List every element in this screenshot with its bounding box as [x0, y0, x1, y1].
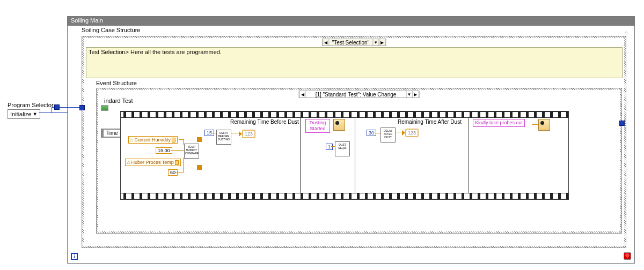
wire — [375, 133, 380, 133]
film-strip-bot — [121, 193, 568, 199]
subvi-delay-after[interactable]: DELAY AFTER DUST — [380, 128, 396, 142]
wire — [59, 107, 79, 108]
indicator-value: 123 — [405, 129, 419, 137]
wire — [52, 107, 52, 112]
subvi-dust-seq[interactable]: DUST SEQU. — [335, 141, 350, 156]
wire — [171, 150, 184, 151]
home-icon: ⌂ — [130, 137, 133, 142]
event-structure: Event Structure ◀ [1] "Standard Test": V… — [96, 81, 622, 236]
event-prev-icon[interactable]: ◀ — [299, 91, 306, 98]
program-selector-label: Program Selector — [8, 102, 54, 108]
program-selector-control[interactable]: Initialize ▼ — [8, 109, 40, 119]
wire — [331, 146, 335, 147]
prop-terminal-icon — [175, 160, 179, 165]
event-next-icon[interactable]: ▶ — [412, 91, 419, 98]
loop-stop-terminal[interactable] — [624, 252, 631, 260]
case-prev-icon[interactable]: ◀ — [323, 39, 329, 46]
main-window: Soiling Main Soiling Case Structure ◀ "T… — [67, 16, 635, 264]
property-node-humidity[interactable]: ⌂ Current Humidity — [128, 136, 178, 144]
home-icon: ⌂ — [127, 160, 130, 165]
property-label: Current Humidity — [134, 137, 171, 142]
chevron-down-icon[interactable]: ▼ — [33, 111, 38, 117]
program-selector-value: Initialize — [10, 111, 32, 117]
event-sublabel: indard Test — [104, 98, 133, 104]
window-titlebar: Soiling Main — [68, 17, 634, 26]
event-selector[interactable]: ◀ [1] "Standard Test": Value Change ▼ ▶ — [299, 91, 420, 98]
wire — [212, 133, 216, 133]
tunnel-output — [619, 121, 625, 126]
home-icon: ⌂ — [625, 29, 631, 36]
subvi-delay-before[interactable]: DELAY BEFORE DUSTING — [216, 130, 231, 145]
seq-pane-1: ⌂ Current Humidity 15,00 ⌂ Huber Proces … — [121, 118, 300, 193]
dialog-label-probes: Kindly take probes out — [473, 119, 525, 127]
subvi-compare[interactable]: TEMP HUMIDIT COMPARE — [184, 144, 199, 159]
indicator-label-after: Remaining Time After Dust — [398, 119, 462, 125]
case-selector-text[interactable]: "Test Selection" — [329, 40, 372, 46]
seq-pane-3: Remaining Time After Dust 30 DELAY AFTER… — [355, 118, 469, 193]
indicator-after-dust: 123 — [402, 129, 419, 137]
indicator-label-before: Remaining Time Before Dust — [230, 119, 299, 125]
case-selector[interactable]: ◀ "Test Selection" ▼ ▶ — [322, 39, 386, 46]
wire — [231, 133, 239, 133]
constant-temp[interactable]: 60 — [168, 169, 178, 176]
case-comment: Test Selection> Here all the tests are p… — [86, 47, 623, 78]
tunnel — [197, 137, 202, 142]
constant-dustseq[interactable]: 1 — [326, 144, 333, 150]
chevron-down-icon[interactable]: ▼ — [406, 91, 412, 98]
case-tunnel — [79, 105, 85, 110]
case-next-icon[interactable]: ▶ — [379, 39, 385, 46]
dialog-icon[interactable] — [333, 119, 345, 131]
wire — [39, 112, 68, 113]
event-time-terminal: Time — [101, 129, 122, 138]
property-node-temp[interactable]: ⌂ Huber Proces Temp — [125, 159, 181, 166]
indicator-value: 123 — [242, 130, 255, 138]
event-structure-label: Event Structure — [96, 80, 137, 86]
chevron-down-icon[interactable]: ▼ — [372, 39, 379, 46]
case-structure: Soiling Case Structure ◀ "Test Selection… — [82, 28, 626, 248]
wire — [532, 124, 538, 125]
event-selector-text[interactable]: [1] "Standard Test": Value Change — [306, 92, 406, 98]
prop-terminal-icon — [172, 138, 175, 142]
event-frame: ◀ [1] "Standard Test": Value Change ▼ ▶ … — [96, 88, 622, 234]
wire — [183, 139, 184, 145]
flat-sequence: ⌂ Current Humidity 15,00 ⌂ Huber Proces … — [120, 111, 569, 200]
film-strip-top — [121, 111, 568, 118]
dialog-label-dusting: Dusting Started — [305, 119, 330, 133]
seq-pane-2: Dusting Started 1 DUST SEQU. — [300, 118, 355, 193]
seq-pane-4: Kindly take probes out — [469, 118, 568, 193]
indicator-before-dust: 123 — [239, 130, 255, 138]
loop-iteration-terminal: i — [71, 253, 78, 260]
dialog-icon[interactable] — [538, 119, 550, 131]
constant-humidity[interactable]: 15,00 — [156, 147, 172, 154]
case-frame: ◀ "Test Selection" ▼ ▶ Test Selection> H… — [82, 36, 626, 248]
wire — [183, 159, 184, 172]
event-source-terminal — [101, 105, 108, 111]
property-label: Huber Proces Temp — [131, 160, 173, 165]
case-structure-label: Soiling Case Structure — [82, 27, 140, 33]
tunnel — [197, 165, 202, 170]
